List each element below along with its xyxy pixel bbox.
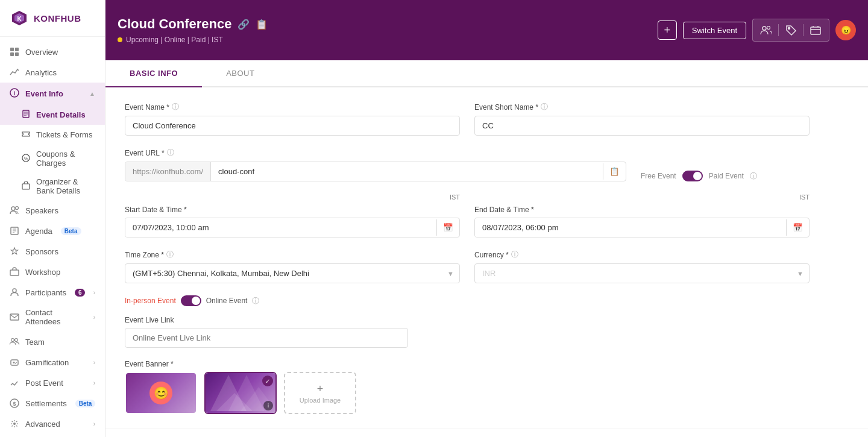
tab-bar: BASIC INFO ABOUT	[105, 60, 868, 87]
currency-select-wrap: INR ▼	[474, 263, 810, 283]
event-name-input[interactable]	[125, 116, 460, 136]
tag-icon[interactable]	[782, 22, 799, 39]
settlements-badge: Beta	[75, 400, 96, 407]
sidebar-item-contact[interactable]: Contact Attendees ›	[0, 303, 105, 332]
end-date-group: IST End Date & Time * 📅	[474, 193, 810, 237]
sidebar-item-sponsors[interactable]: Sponsors	[0, 241, 105, 262]
form-row-url: Event URL * ⓘ https://konfhub.com/ 📋 Fre…	[125, 148, 810, 181]
banner-thumbnails: 😊 ✓ i	[125, 372, 810, 414]
upload-label: Upload Image	[300, 397, 341, 404]
online-event-toggle[interactable]	[181, 295, 201, 306]
switch-event-button[interactable]: Switch Event	[683, 22, 746, 39]
short-name-info-icon[interactable]: ⓘ	[541, 102, 548, 112]
svg-point-17	[16, 207, 19, 210]
online-info-icon[interactable]: ⓘ	[252, 296, 259, 306]
user-avatar[interactable]: 😠	[835, 20, 856, 40]
sidebar-item-gamification[interactable]: Gamification ›	[0, 352, 105, 373]
participants-arrow: ›	[93, 289, 95, 296]
svg-point-33	[13, 423, 16, 425]
page-header: Cloud Conference 🔗 📋 Upcoming | Online |…	[105, 0, 868, 60]
film-icon[interactable]	[807, 22, 824, 39]
event-short-name-label: Event Short Name * ⓘ	[474, 102, 810, 112]
banner-option-1[interactable]: 😊	[125, 372, 197, 414]
sidebar-item-tickets[interactable]: Tickets & Forms	[0, 125, 105, 145]
event-name-label: Event Name * ⓘ	[125, 102, 460, 112]
add-button[interactable]: +	[658, 20, 677, 40]
event-short-name-input[interactable]	[474, 116, 810, 136]
start-date-input[interactable]	[125, 218, 436, 237]
paid-toggle[interactable]	[682, 171, 703, 181]
sidebar-item-post-event-label: Post Event	[25, 379, 63, 388]
sidebar-item-team[interactable]: Team	[0, 332, 105, 352]
sidebar-item-analytics[interactable]: Analytics	[0, 62, 105, 83]
settlements-icon: $	[10, 398, 19, 408]
url-input[interactable]	[211, 162, 603, 181]
post-event-icon	[10, 378, 19, 388]
event-details-icon	[22, 110, 30, 120]
sidebar-item-workshop-label: Workshop	[25, 268, 60, 277]
status-text: Upcoming | Online | Paid | IST	[126, 36, 223, 44]
sidebar-item-coupons[interactable]: % Coupons & Charges	[0, 145, 105, 172]
svg-text:K: K	[17, 16, 22, 22]
sponsors-icon	[10, 247, 19, 256]
event-info-arrow: ▲	[89, 90, 95, 97]
end-date-input[interactable]	[475, 218, 786, 237]
banner-group: Event Banner * 😊	[125, 360, 810, 414]
timezone-info-icon[interactable]: ⓘ	[166, 250, 174, 260]
sidebar-item-workshop[interactable]: Workshop	[0, 262, 105, 282]
svg-text:%: %	[24, 156, 28, 162]
currency-info-icon[interactable]: ⓘ	[511, 250, 518, 260]
svg-point-25	[15, 339, 18, 342]
free-paid-toggle-row: Free Event Paid Event ⓘ	[641, 171, 810, 181]
logo-icon: K	[10, 8, 29, 28]
banner-info-button[interactable]: i	[263, 401, 273, 410]
event-name-info-icon[interactable]: ⓘ	[172, 102, 179, 112]
sidebar-item-event-info[interactable]: i Event Info ▲	[0, 83, 105, 105]
url-info-icon[interactable]: ⓘ	[167, 148, 174, 158]
sidebar-item-apps[interactable]: Apps ›	[0, 434, 105, 437]
sidebar-item-agenda-label: Agenda	[25, 227, 52, 236]
end-date-label: End Date & Time *	[474, 206, 810, 214]
currency-select[interactable]: INR	[474, 263, 810, 283]
copy-icon[interactable]: 📋	[256, 19, 268, 30]
sidebar-item-overview[interactable]: Overview	[0, 42, 105, 62]
svg-point-41	[788, 28, 790, 30]
paid-info-icon[interactable]: ⓘ	[750, 171, 757, 181]
sidebar-item-agenda[interactable]: Agenda Beta	[0, 221, 105, 241]
svg-rect-3	[10, 48, 14, 51]
banner-image-1: 😊	[126, 373, 196, 413]
url-copy-button[interactable]: 📋	[603, 163, 626, 180]
start-date-calendar-button[interactable]: 📅	[436, 219, 459, 236]
advanced-arrow: ›	[93, 421, 95, 427]
sidebar-item-advanced[interactable]: Advanced ›	[0, 413, 105, 434]
sidebar-item-post-event[interactable]: Post Event ›	[0, 373, 105, 393]
timezone-select-wrap: (GMT+5:30) Chennai, Kolkata, Mumbai, New…	[125, 263, 460, 283]
sidebar-item-settlements[interactable]: $ Settlements Beta	[0, 393, 105, 413]
banner-label: Event Banner *	[125, 360, 810, 368]
svg-rect-5	[10, 52, 14, 56]
sidebar-item-contact-label: Contact Attendees	[25, 308, 87, 326]
end-date-calendar-button[interactable]: 📅	[786, 219, 809, 236]
sidebar-item-organizer[interactable]: Organizer & Bank Details	[0, 172, 105, 200]
sidebar-item-event-details[interactable]: Event Details	[0, 105, 105, 125]
free-event-label: Free Event	[641, 172, 676, 180]
link-icon[interactable]: 🔗	[237, 19, 250, 30]
header-right: + Switch Event 😠	[658, 19, 856, 42]
timezone-select[interactable]: (GMT+5:30) Chennai, Kolkata, Mumbai, New…	[125, 263, 460, 283]
tab-basic-info[interactable]: BASIC INFO	[105, 60, 202, 86]
icon-separator	[778, 24, 779, 36]
sidebar-item-speakers[interactable]: Speakers	[0, 200, 105, 221]
event-title: Cloud Conference	[118, 16, 231, 32]
upload-banner-button[interactable]: + Upload Image	[284, 372, 356, 414]
character-icon: 😊	[149, 382, 172, 404]
logo[interactable]: K KONFHUB	[0, 0, 105, 37]
contact-arrow: ›	[93, 314, 95, 321]
tab-about[interactable]: ABOUT	[202, 60, 278, 86]
organizer-icon	[22, 181, 30, 192]
status-dot	[118, 37, 122, 42]
icon-separator-2	[803, 24, 804, 36]
sidebar-item-participants[interactable]: Participants 6 ›	[0, 282, 105, 303]
banner-option-2[interactable]: ✓ i	[204, 372, 277, 414]
people-icon[interactable]	[758, 22, 775, 39]
live-link-input[interactable]	[125, 328, 408, 348]
